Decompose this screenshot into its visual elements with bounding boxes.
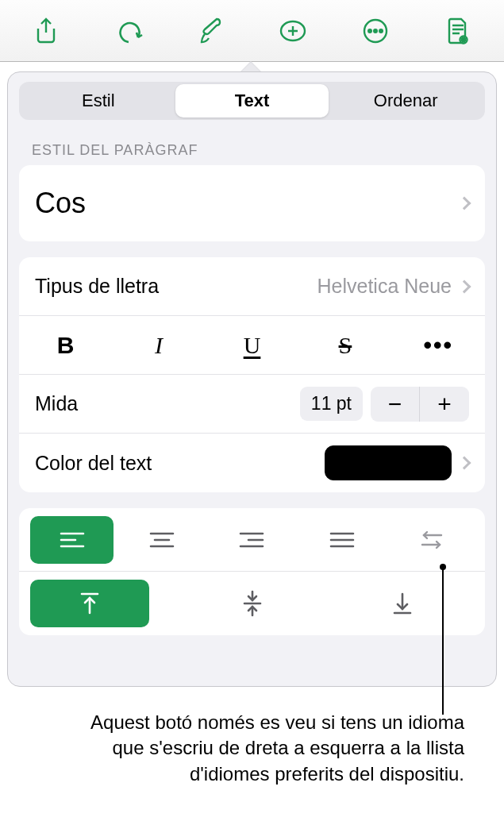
bold-button[interactable]: B	[19, 332, 112, 359]
tab-text[interactable]: Text	[175, 84, 329, 118]
align-left-button[interactable]	[30, 516, 113, 564]
text-style-group: B I U S •••	[19, 316, 485, 375]
decrease-size-button[interactable]: −	[371, 387, 420, 422]
text-color-label: Color del text	[35, 452, 152, 475]
valign-top-button[interactable]	[30, 580, 149, 627]
align-right-button[interactable]	[207, 530, 297, 549]
svg-point-6	[462, 37, 465, 40]
underline-button[interactable]: U	[206, 332, 298, 359]
font-size-row: Mida 11 pt − +	[19, 375, 485, 434]
horizontal-align-row	[19, 508, 485, 572]
svg-point-2	[368, 29, 371, 33]
paragraph-style-row[interactable]: Cos	[19, 165, 485, 241]
font-row[interactable]: Tipus de lletra Helvetica Neue	[19, 257, 485, 316]
strikethrough-button[interactable]: S	[298, 332, 391, 359]
tab-style[interactable]: Estil	[21, 84, 175, 118]
more-icon[interactable]	[353, 9, 398, 53]
vertical-align-row	[19, 572, 485, 635]
svg-point-3	[374, 29, 377, 33]
font-size-label: Mida	[35, 392, 78, 415]
callout-caption: Aquest botó només es veu si tens un idio…	[56, 710, 464, 787]
font-label: Tipus de lletra	[35, 275, 159, 298]
insert-icon[interactable]	[271, 9, 315, 53]
document-view-icon[interactable]	[436, 9, 480, 53]
font-value: Helvetica Neue	[317, 275, 452, 298]
font-size-value[interactable]: 11 pt	[300, 387, 363, 421]
text-color-swatch[interactable]	[325, 445, 452, 480]
chevron-right-icon	[458, 197, 471, 210]
align-center-button[interactable]	[117, 530, 206, 549]
popover-arrow-icon	[240, 61, 262, 72]
tab-arrange[interactable]: Ordenar	[329, 84, 483, 118]
chevron-right-icon	[458, 457, 471, 470]
svg-point-4	[379, 29, 383, 33]
alignment-card	[19, 508, 485, 635]
align-justify-button[interactable]	[297, 530, 387, 549]
font-size-stepper: − +	[371, 387, 469, 422]
text-color-row[interactable]: Color del text	[19, 434, 485, 492]
app-toolbar	[0, 0, 504, 62]
format-tabs: Estil Text Ordenar	[19, 82, 485, 120]
format-brush-icon[interactable]	[189, 9, 233, 53]
text-direction-rtl-button[interactable]	[387, 529, 477, 551]
format-popover: Estil Text Ordenar ESTIL DEL PARÀGRAF Co…	[7, 71, 497, 687]
paragraph-style-value: Cos	[35, 187, 86, 220]
paragraph-style-card: Cos	[19, 165, 485, 241]
valign-bottom-button[interactable]	[327, 591, 477, 616]
undo-icon[interactable]	[106, 9, 151, 53]
more-text-options-button[interactable]: •••	[392, 332, 485, 359]
callout-leader-line	[442, 564, 444, 715]
chevron-right-icon	[458, 279, 471, 293]
valign-middle-button[interactable]	[177, 590, 327, 617]
increase-size-button[interactable]: +	[420, 387, 469, 422]
share-icon[interactable]	[24, 9, 68, 53]
paragraph-style-section-label: ESTIL DEL PARÀGRAF	[32, 142, 472, 159]
italic-button[interactable]: I	[112, 332, 205, 359]
font-card: Tipus de lletra Helvetica Neue B I U S •…	[19, 257, 485, 492]
